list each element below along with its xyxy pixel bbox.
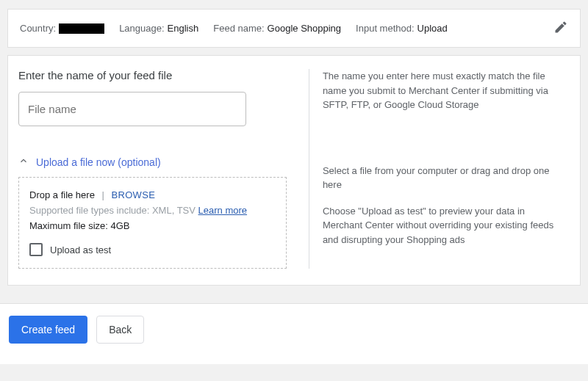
filename-input[interactable] bbox=[18, 92, 246, 126]
file-dropzone[interactable]: Drop a file here | BROWSE Supported file… bbox=[18, 177, 287, 269]
create-feed-button[interactable]: Create feed bbox=[9, 316, 87, 344]
upload-toggle-label: Upload a file now (optional) bbox=[36, 156, 161, 168]
back-button[interactable]: Back bbox=[96, 316, 144, 344]
help-upload-2: Choose "Upload as test" to preview your … bbox=[323, 204, 565, 247]
panel-left: Enter the name of your feed file Upload … bbox=[18, 69, 287, 269]
max-size-text: Maximum file size: 4GB bbox=[29, 220, 276, 231]
help-upload-1: Select a file from your computer or drag… bbox=[323, 164, 565, 192]
panel-help: The name you enter here must exactly mat… bbox=[309, 69, 565, 269]
upload-as-test-checkbox[interactable] bbox=[29, 243, 43, 256]
feed-summary-bar: Country: Language: English Feed name: Go… bbox=[7, 9, 581, 48]
input-method-label: Input method: bbox=[356, 23, 415, 34]
footer-bar: Create feed Back bbox=[0, 303, 588, 364]
drop-text: Drop a file here bbox=[29, 189, 95, 200]
summary-feed-name: Feed name: Google Shopping bbox=[213, 23, 341, 34]
language-value: English bbox=[168, 23, 199, 34]
input-method-value: Upload bbox=[417, 23, 448, 34]
edit-icon[interactable] bbox=[553, 20, 568, 37]
upload-toggle[interactable]: Upload a file now (optional) bbox=[18, 156, 287, 168]
supported-types-line: Supported file types include: XML, TSV L… bbox=[29, 205, 276, 216]
filename-title: Enter the name of your feed file bbox=[18, 69, 287, 81]
summary-country: Country: bbox=[20, 23, 104, 34]
summary-input-method: Input method: Upload bbox=[356, 23, 448, 34]
feed-name-value: Google Shopping bbox=[268, 23, 341, 34]
upload-as-test-label: Upload as test bbox=[50, 244, 111, 255]
help-filename: The name you enter here must exactly mat… bbox=[323, 69, 565, 112]
separator: | bbox=[102, 189, 104, 200]
upload-as-test-row: Upload as test bbox=[29, 243, 276, 256]
country-label: Country: bbox=[20, 23, 56, 34]
chevron-up-icon bbox=[18, 156, 29, 168]
dropzone-line: Drop a file here | BROWSE bbox=[29, 189, 276, 200]
learn-more-link[interactable]: Learn more bbox=[198, 205, 247, 216]
supported-types-text: Supported file types include: XML, TSV bbox=[29, 205, 198, 216]
feed-file-panel: Enter the name of your feed file Upload … bbox=[7, 55, 581, 286]
country-value-redacted bbox=[59, 23, 104, 34]
language-label: Language: bbox=[119, 23, 164, 34]
browse-button[interactable]: BROWSE bbox=[112, 189, 156, 200]
feed-name-label: Feed name: bbox=[213, 23, 264, 34]
summary-language: Language: English bbox=[119, 23, 198, 34]
